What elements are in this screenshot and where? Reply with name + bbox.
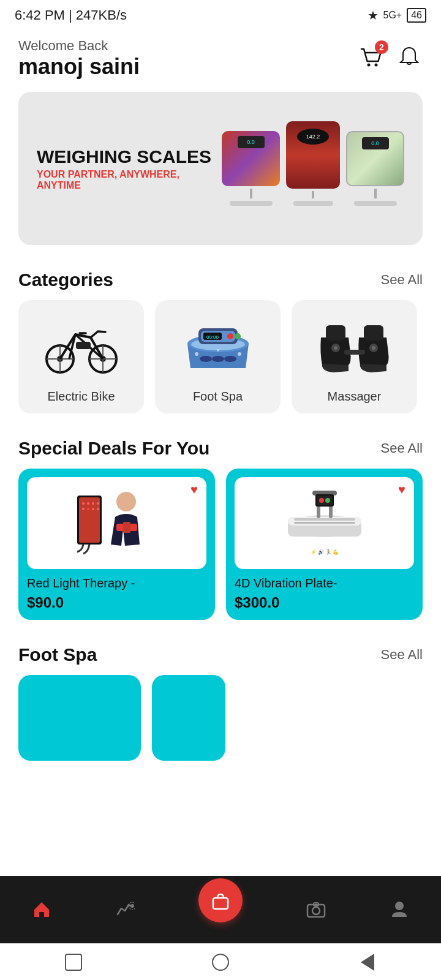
android-home-icon <box>212 954 229 971</box>
svg-text:⚡ 🔊 🏃 💪: ⚡ 🔊 🏃 💪 <box>310 549 339 555</box>
svg-point-42 <box>97 508 99 510</box>
special-deals-header: Special Deals For You See All <box>0 426 441 469</box>
deal-card-red-light[interactable]: ♥ <box>18 469 215 620</box>
svg-rect-56 <box>294 518 355 521</box>
banner-text: WEIGHING SCALES YOUR PARTNER, ANYWHERE, … <box>37 146 222 191</box>
nav-shop-center[interactable] <box>198 897 243 922</box>
categories-see-all[interactable]: See All <box>381 272 423 288</box>
cart-button[interactable]: 2 <box>358 44 385 74</box>
category-card-foot-spa[interactable]: 00:00 Foot Spa <box>155 300 281 413</box>
categories-row: Electric Bike 00:00 <box>0 300 441 426</box>
svg-point-31 <box>372 346 375 350</box>
categories-title: Categories <box>18 270 113 290</box>
svg-rect-27 <box>344 350 365 355</box>
svg-point-29 <box>334 346 337 350</box>
status-bar: 6:42 PM | 247KB/s ★ 5G+ 46 <box>0 0 441 28</box>
banner-title: WEIGHING SCALES <box>37 146 222 167</box>
foot-spa-see-all[interactable]: See All <box>381 647 423 663</box>
svg-point-37 <box>92 502 94 505</box>
massager-label: Massager <box>328 390 382 404</box>
cart-badge: 2 <box>375 40 388 54</box>
special-deals-see-all[interactable]: See All <box>381 440 423 456</box>
android-home-button[interactable] <box>209 951 232 973</box>
svg-rect-60 <box>213 898 228 909</box>
svg-rect-57 <box>294 522 355 524</box>
svg-point-19 <box>200 356 212 362</box>
foot-spa-section-title: Foot Spa <box>18 644 97 665</box>
recents-icon <box>65 954 82 971</box>
svg-rect-34 <box>79 497 100 543</box>
banner[interactable]: WEIGHING SCALES YOUR PARTNER, ANYWHERE, … <box>18 92 423 245</box>
svg-point-62 <box>312 907 320 914</box>
red-light-product-svg <box>71 483 163 563</box>
android-back-button[interactable] <box>356 951 379 973</box>
category-card-electric-bike[interactable]: Electric Bike <box>18 300 144 413</box>
svg-point-17 <box>227 333 233 339</box>
svg-point-20 <box>212 356 224 362</box>
bag-icon <box>209 889 232 911</box>
svg-point-41 <box>92 508 94 510</box>
android-recents-button[interactable] <box>62 951 85 973</box>
electric-bike-svg <box>42 316 121 377</box>
svg-rect-52 <box>317 496 333 505</box>
nav-home[interactable] <box>32 900 51 919</box>
svg-point-39 <box>82 508 85 510</box>
svg-point-1 <box>375 64 378 67</box>
svg-point-32 <box>116 492 136 511</box>
svg-point-54 <box>325 498 330 503</box>
svg-rect-10 <box>76 342 91 349</box>
status-time: 6:42 PM | 247KB/s <box>15 7 127 23</box>
deal-card-vibration[interactable]: ♥ ⚡ 🔊 🏃 💪 <box>226 469 423 620</box>
bottom-nav <box>0 876 441 943</box>
svg-point-58 <box>130 904 134 908</box>
back-icon <box>361 954 374 971</box>
nav-chart[interactable] <box>115 900 135 919</box>
status-icons: ★ 5G+ 46 <box>368 8 426 23</box>
foot-spa-label: Foot Spa <box>193 390 243 404</box>
massager-image <box>310 310 399 383</box>
vibration-image-box: ⚡ 🔊 🏃 💪 <box>235 477 414 569</box>
banner-subtitle: YOUR PARTNER, ANYWHERE, ANYTIME <box>37 169 222 191</box>
shop-center-button[interactable] <box>198 878 243 922</box>
chart-icon <box>115 900 135 919</box>
foot-spa-preview-card-2[interactable] <box>152 675 225 761</box>
welcome-text: Welcome Back <box>18 38 140 54</box>
categories-header: Categories See All <box>0 257 441 300</box>
deals-row: ♥ <box>0 469 441 632</box>
banner-images: 0.0 142.2 0.0 <box>222 131 404 206</box>
home-icon <box>32 900 51 919</box>
svg-point-24 <box>217 349 219 352</box>
red-light-image-box <box>27 477 206 569</box>
foot-spa-preview-card-1[interactable] <box>18 675 141 761</box>
svg-rect-44 <box>123 522 130 533</box>
foot-spa-image: 00:00 <box>173 310 262 383</box>
svg-point-22 <box>195 352 198 356</box>
svg-rect-25 <box>326 325 345 341</box>
special-deals-title: Special Deals For You <box>18 438 209 459</box>
notification-bell-button[interactable] <box>396 44 423 74</box>
battery-icon: 46 <box>407 8 426 23</box>
svg-rect-26 <box>364 325 383 341</box>
nav-camera[interactable] <box>306 900 326 919</box>
vibration-product-svg: ⚡ 🔊 🏃 💪 <box>279 483 371 563</box>
svg-point-38 <box>97 502 99 505</box>
vibration-wishlist-button[interactable]: ♥ <box>390 477 414 502</box>
svg-point-35 <box>82 502 85 505</box>
foot-spa-section-header: Foot Spa See All <box>0 632 441 675</box>
svg-point-0 <box>368 64 371 67</box>
bluetooth-icon: ★ <box>368 8 379 23</box>
banner-section: WEIGHING SCALES YOUR PARTNER, ANYWHERE, … <box>0 86 441 257</box>
svg-point-18 <box>235 333 241 339</box>
red-light-wishlist-button[interactable]: ♥ <box>182 477 206 502</box>
red-light-name: Red Light Therapy - <box>27 576 206 590</box>
camera-icon <box>306 900 326 919</box>
red-light-price: $90.0 <box>27 594 206 611</box>
header: Welcome Back manoj saini 2 <box>0 28 441 86</box>
header-user-info: Welcome Back manoj saini <box>18 38 140 80</box>
header-actions: 2 <box>358 44 423 74</box>
svg-point-21 <box>224 356 236 362</box>
foot-spa-svg: 00:00 <box>181 316 255 377</box>
category-card-massager[interactable]: Massager <box>292 300 417 413</box>
nav-profile[interactable] <box>390 900 409 919</box>
signal-icon: 5G+ <box>383 10 402 21</box>
